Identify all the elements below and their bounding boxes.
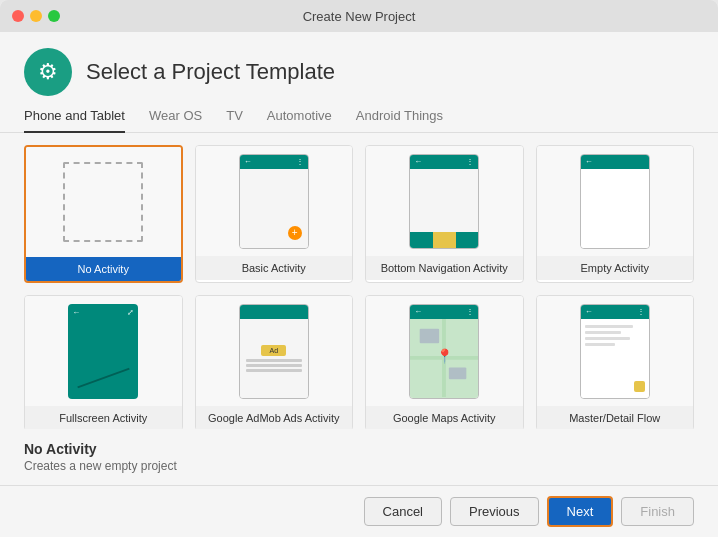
bottom-nav-bar xyxy=(410,232,478,248)
svg-rect-3 xyxy=(420,328,439,343)
template-ads-preview: Ad xyxy=(196,296,353,406)
ad-line-3 xyxy=(246,369,302,372)
maps-topbar: ← ⋮ xyxy=(410,305,478,319)
template-no-activity-label: No Activity xyxy=(26,257,181,281)
template-fullscreen[interactable]: ← ⤢ Fullscreen Activity xyxy=(24,295,183,429)
header: ⚙ Select a Project Template xyxy=(0,32,718,108)
ads-body: Ad xyxy=(240,319,308,398)
template-fullscreen-preview: ← ⤢ xyxy=(25,296,182,406)
notes-line-4 xyxy=(585,343,615,346)
description-area: No Activity Creates a new empty project xyxy=(0,429,718,485)
template-fullscreen-label: Fullscreen Activity xyxy=(25,406,182,429)
more-icon: ⋮ xyxy=(296,157,304,166)
bottom-nav-phone-mockup: ← ⋮ xyxy=(409,154,479,249)
more-icon: ⋮ xyxy=(466,157,474,166)
back-arrow-icon: ← xyxy=(585,307,593,316)
template-empty-label: Empty Activity xyxy=(537,256,694,280)
previous-button[interactable]: Previous xyxy=(450,497,539,526)
template-bottom-nav-label: Bottom Navigation Activity xyxy=(366,256,523,280)
basic-phone-body: + xyxy=(240,169,308,248)
fullscreen-expand-icon: ⤢ xyxy=(127,308,134,317)
diagonal-decoration xyxy=(78,367,130,388)
fullscreen-mockup: ← ⤢ xyxy=(68,304,138,399)
bottom-nav-item-3 xyxy=(456,232,479,248)
ad-banner: Ad xyxy=(261,345,286,356)
tab-automotive[interactable]: Automotive xyxy=(267,108,332,133)
tab-wear-os[interactable]: Wear OS xyxy=(149,108,202,133)
page-title: Select a Project Template xyxy=(86,59,335,85)
template-ads[interactable]: Ad Google AdMob Ads Activity xyxy=(195,295,354,429)
logo: ⚙ xyxy=(24,48,72,96)
fullscreen-arrow-icon: ← xyxy=(72,308,80,317)
maps-body: 📍 xyxy=(410,319,478,398)
footer: Cancel Previous Next Finish xyxy=(0,485,718,537)
ad-line-1 xyxy=(246,359,302,362)
more-icon: ⋮ xyxy=(466,307,474,316)
template-bottom-nav[interactable]: ← ⋮ Bottom Navigation Activity xyxy=(365,145,524,283)
bottom-nav-phone-topbar: ← ⋮ xyxy=(410,155,478,169)
notes-body xyxy=(581,319,649,398)
back-arrow-icon: ← xyxy=(244,157,252,166)
template-basic-label: Basic Activity xyxy=(196,256,353,280)
main-window: Create New Project ⚙ Select a Project Te… xyxy=(0,0,718,537)
template-basic-activity[interactable]: ← ⋮ + Basic Activity xyxy=(195,145,354,283)
template-basic-preview: ← ⋮ + xyxy=(196,146,353,256)
notes-fab-icon xyxy=(634,381,645,392)
template-ads-label: Google AdMob Ads Activity xyxy=(196,406,353,429)
bottom-nav-item-2 xyxy=(433,232,456,248)
logo-icon: ⚙ xyxy=(38,59,58,85)
no-activity-icon xyxy=(63,162,143,242)
template-empty-activity[interactable]: ← Empty Activity xyxy=(536,145,695,283)
maps-phone-mockup: ← ⋮ 📍 xyxy=(409,304,479,399)
notes-line-2 xyxy=(585,331,621,334)
map-pin-icon: 📍 xyxy=(436,348,453,364)
template-bottom-nav-preview: ← ⋮ xyxy=(366,146,523,256)
template-maps[interactable]: ← ⋮ 📍 xyxy=(365,295,524,429)
tab-phone-tablet[interactable]: Phone and Tablet xyxy=(24,108,125,133)
notes-topbar: ← ⋮ xyxy=(581,305,649,319)
empty-phone-topbar: ← xyxy=(581,155,649,169)
basic-phone-topbar: ← ⋮ xyxy=(240,155,308,169)
fab-icon: + xyxy=(288,226,302,240)
next-button[interactable]: Next xyxy=(547,496,614,527)
template-empty-preview: ← xyxy=(537,146,694,256)
tab-bar: Phone and Tablet Wear OS TV Automotive A… xyxy=(0,108,718,133)
templates-content: No Activity ← ⋮ + Basic Activity xyxy=(0,133,718,429)
ad-line-2 xyxy=(246,364,302,367)
back-arrow-icon: ← xyxy=(414,157,422,166)
svg-rect-4 xyxy=(449,367,466,379)
title-bar: Create New Project xyxy=(0,0,718,32)
maximize-button[interactable] xyxy=(48,10,60,22)
notes-line-3 xyxy=(585,337,630,340)
window-title: Create New Project xyxy=(303,9,416,24)
description-text: Creates a new empty project xyxy=(24,459,694,473)
finish-button[interactable]: Finish xyxy=(621,497,694,526)
template-master-detail-preview: ← ⋮ xyxy=(537,296,694,406)
notes-phone-mockup: ← ⋮ xyxy=(580,304,650,399)
tab-android-things[interactable]: Android Things xyxy=(356,108,443,133)
empty-phone-body xyxy=(581,169,649,248)
notes-line-1 xyxy=(585,325,633,328)
template-master-detail[interactable]: ← ⋮ Master/Detail Flow xyxy=(536,295,695,429)
template-maps-preview: ← ⋮ 📍 xyxy=(366,296,523,406)
more-icon: ⋮ xyxy=(637,307,645,316)
template-maps-label: Google Maps Activity xyxy=(366,406,523,429)
bottom-nav-item-1 xyxy=(410,232,433,248)
template-no-activity-preview xyxy=(26,147,181,257)
basic-phone-mockup: ← ⋮ + xyxy=(239,154,309,249)
bottom-nav-phone-body xyxy=(410,169,478,248)
minimize-button[interactable] xyxy=(30,10,42,22)
cancel-button[interactable]: Cancel xyxy=(364,497,442,526)
ads-phone-mockup: Ad xyxy=(239,304,309,399)
ad-lines xyxy=(240,359,308,372)
template-master-detail-label: Master/Detail Flow xyxy=(537,406,694,429)
template-no-activity[interactable]: No Activity xyxy=(24,145,183,283)
tab-tv[interactable]: TV xyxy=(226,108,243,133)
close-button[interactable] xyxy=(12,10,24,22)
back-arrow-icon: ← xyxy=(414,307,422,316)
empty-phone-mockup: ← xyxy=(580,154,650,249)
ads-topbar xyxy=(240,305,308,319)
templates-grid: No Activity ← ⋮ + Basic Activity xyxy=(24,145,694,429)
traffic-lights xyxy=(12,10,60,22)
description-title: No Activity xyxy=(24,441,694,457)
